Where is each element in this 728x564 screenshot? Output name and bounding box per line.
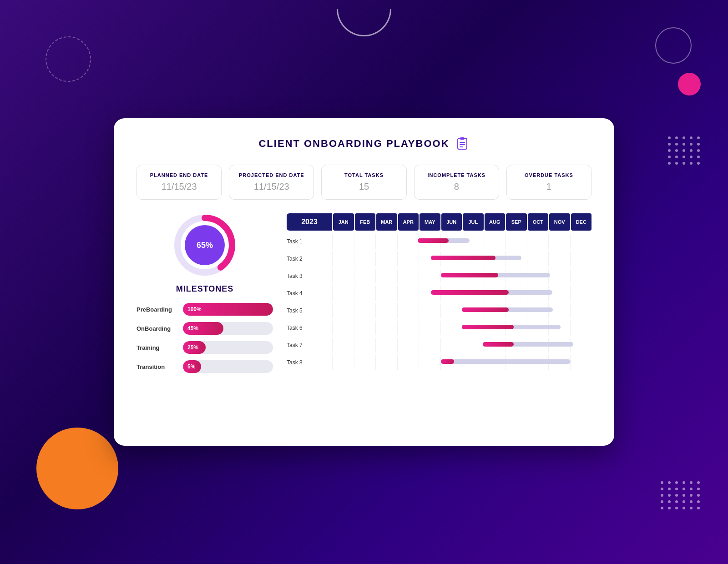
title-text: CLIENT ONBOARDING PLAYBOOK (258, 138, 449, 150)
gantt-month-dec: DEC (571, 213, 592, 231)
svg-rect-0 (458, 138, 467, 149)
bg-dots-tr (668, 136, 701, 165)
gantt-bar-fill-7 (483, 342, 514, 347)
page-title: CLIENT ONBOARDING PLAYBOOK (258, 136, 469, 151)
stat-card-3: INCOMPLETE TASKS 8 (414, 165, 499, 200)
stat-card-0: PLANNED END DATE 11/15/23 (136, 165, 222, 200)
svg-rect-1 (460, 137, 465, 140)
gantt-month-may: MAY (420, 213, 440, 231)
stat-label-2: TOTAL TASKS (331, 172, 397, 178)
milestone-name-0: PreBoarding (136, 306, 177, 313)
milestone-bar-wrap-3: 5% (183, 360, 273, 373)
gantt-bar-bg-8 (441, 359, 571, 364)
milestone-item-2: Training 25% (136, 341, 273, 354)
gantt-task-name-5: Task 5 (287, 307, 332, 314)
main-card: CLIENT ONBOARDING PLAYBOOK PLANNED END D… (114, 118, 614, 446)
gantt-panel: 2023 JANFEBMARAPRMAYJUNJULAUGSEPOCTNOVDE… (287, 213, 592, 379)
gantt-task-name-4: Task 4 (287, 290, 332, 297)
gantt-month-sep: SEP (506, 213, 527, 231)
gantt-month-mar: MAR (376, 213, 397, 231)
milestone-bar-wrap-1: 45% (183, 322, 273, 335)
bg-deco-circle-tr (655, 27, 692, 64)
gantt-track-4 (332, 290, 592, 297)
milestone-name-2: Training (136, 344, 177, 351)
gantt-track-2 (332, 256, 592, 262)
gantt-task-name-6: Task 6 (287, 325, 332, 331)
gantt-track-5 (332, 307, 592, 314)
gantt-bar-fill-4 (431, 290, 509, 295)
stat-card-1: PROJECTED END DATE 11/15/23 (229, 165, 314, 200)
gantt-bar-fill-1 (418, 238, 449, 243)
gantt-row-1: Task 1 (287, 234, 592, 249)
gantt-bar-fill-2 (431, 256, 496, 260)
bg-deco-circle-tl (46, 36, 91, 82)
donut-chart: 65% (173, 213, 237, 277)
milestone-name-3: Transition (136, 363, 177, 370)
stat-label-3: INCOMPLETE TASKS (424, 172, 490, 178)
milestone-bar-wrap-0: 100% (183, 303, 273, 316)
gantt-task-name-8: Task 8 (287, 359, 332, 366)
stat-card-4: OVERDUE TASKS 1 (506, 165, 592, 200)
stat-value-1: 11/15/23 (238, 181, 304, 192)
gantt-track-3 (332, 273, 592, 279)
gantt-month-apr: APR (398, 213, 419, 231)
milestone-bar-fill-2: 25% (183, 341, 206, 354)
gantt-track-7 (332, 342, 592, 348)
milestone-bar-wrap-2: 25% (183, 341, 273, 354)
bg-deco-pink-circle (678, 73, 701, 96)
gantt-row-5: Task 5 (287, 303, 592, 318)
stat-label-0: PLANNED END DATE (146, 172, 212, 178)
gantt-month-jun: JUN (441, 213, 462, 231)
gantt-row-7: Task 7 (287, 338, 592, 352)
milestones-title: MILESTONES (136, 284, 273, 294)
gantt-task-name-1: Task 1 (287, 238, 332, 245)
gantt-body: Task 1Task 2Task 3Task 4Task 5Task 6Task… (287, 234, 592, 370)
gantt-year: 2023 (287, 213, 332, 231)
gantt-task-name-7: Task 7 (287, 342, 332, 348)
stat-label-4: OVERDUE TASKS (516, 172, 582, 178)
gantt-task-name-3: Task 3 (287, 273, 332, 279)
stat-value-3: 8 (424, 181, 490, 192)
gantt-row-2: Task 2 (287, 252, 592, 266)
gantt-month-jan: JAN (333, 213, 354, 231)
stat-value-0: 11/15/23 (146, 181, 212, 192)
bg-deco-circle-top (337, 9, 391, 36)
stat-card-2: TOTAL TASKS 15 (321, 165, 406, 200)
gantt-months: JANFEBMARAPRMAYJUNJULAUGSEPOCTNOVDEC (332, 213, 592, 231)
milestone-item-3: Transition 5% (136, 360, 273, 373)
stats-row: PLANNED END DATE 11/15/23 PROJECTED END … (136, 165, 592, 200)
milestones-panel: 65% MILESTONES PreBoarding 100% OnBoardi… (136, 213, 273, 379)
stat-value-4: 1 (516, 181, 582, 192)
gantt-month-jul: JUL (463, 213, 484, 231)
gantt-row-8: Task 8 (287, 355, 592, 370)
gantt-bar-fill-6 (462, 325, 514, 329)
gantt-track-1 (332, 238, 592, 245)
milestone-bar-fill-1: 45% (183, 322, 223, 335)
gantt-month-nov: NOV (549, 213, 570, 231)
gantt-bar-fill-8 (441, 359, 454, 364)
gantt-bar-fill-5 (462, 307, 509, 312)
gantt-track-6 (332, 325, 592, 331)
milestones-list: PreBoarding 100% OnBoarding 45% Training… (136, 303, 273, 373)
gantt-bar-fill-3 (441, 273, 498, 277)
card-header: CLIENT ONBOARDING PLAYBOOK (136, 136, 592, 151)
milestone-name-1: OnBoarding (136, 325, 177, 332)
gantt-row-6: Task 6 (287, 321, 592, 335)
gantt-month-oct: OCT (528, 213, 549, 231)
gantt-month-feb: FEB (355, 213, 376, 231)
gantt-track-8 (332, 359, 592, 366)
gantt-row-4: Task 4 (287, 286, 592, 301)
stat-label-1: PROJECTED END DATE (238, 172, 304, 178)
gantt-header: 2023 JANFEBMARAPRMAYJUNJULAUGSEPOCTNOVDE… (287, 213, 592, 231)
gantt-month-aug: AUG (485, 213, 506, 231)
milestone-bar-fill-3: 5% (183, 360, 201, 373)
bg-dots-br (661, 481, 701, 509)
stat-value-2: 15 (331, 181, 397, 192)
milestone-bar-fill-0: 100% (183, 303, 273, 316)
main-content: 65% MILESTONES PreBoarding 100% OnBoardi… (136, 213, 592, 379)
svg-text:65%: 65% (197, 241, 213, 250)
clipboard-icon (455, 136, 470, 151)
gantt-row-3: Task 3 (287, 269, 592, 283)
milestone-item-1: OnBoarding 45% (136, 322, 273, 335)
milestone-item-0: PreBoarding 100% (136, 303, 273, 316)
